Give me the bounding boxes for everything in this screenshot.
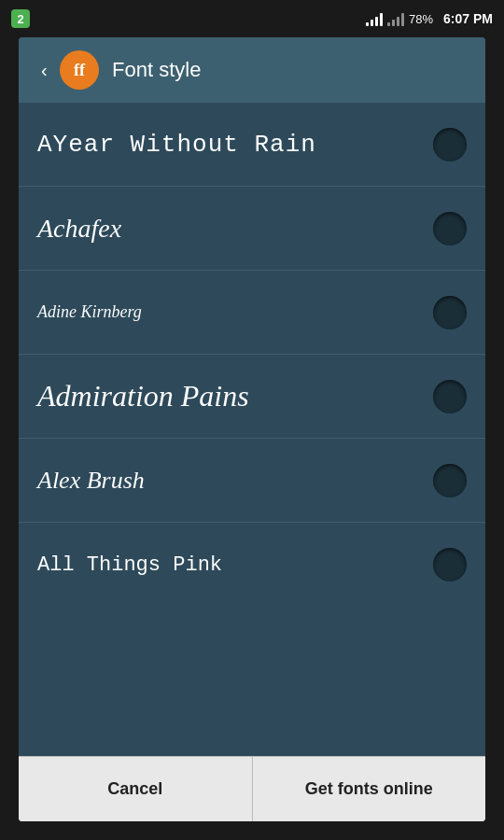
font-item-allthings[interactable]: All Things Pink — [19, 523, 485, 607]
bar3b — [397, 17, 399, 26]
font-item-adine[interactable]: Adine Kirnberg — [19, 271, 485, 355]
font-item-alex[interactable]: Alex Brush — [19, 439, 485, 523]
radio-allthings[interactable] — [433, 548, 467, 581]
bar4b — [401, 13, 404, 26]
signal-bars-2 — [387, 11, 404, 26]
font-name-admiration: Admiration Pains — [37, 379, 433, 413]
bar2b — [392, 20, 395, 26]
font-name-adine: Adine Kirnberg — [37, 302, 433, 322]
battery-percent: 78% — [409, 12, 433, 26]
font-item-admiration[interactable]: Admiration Pains — [19, 355, 485, 439]
header-inner: ‹ ff Font style — [34, 50, 470, 90]
radio-alex[interactable] — [433, 464, 467, 497]
font-style-dialog: ‹ ff Font style AYear Without RainAchafe… — [19, 37, 485, 821]
radio-admiration[interactable] — [433, 380, 467, 413]
bar2 — [371, 20, 373, 26]
get-fonts-button[interactable]: Get fonts online — [253, 756, 486, 821]
ff-logo: ff — [60, 50, 99, 90]
font-name-alex: Alex Brush — [37, 467, 433, 495]
radio-ayear[interactable] — [433, 128, 467, 161]
font-item-achafex[interactable]: Achafex — [19, 187, 485, 271]
back-arrow-icon[interactable]: ‹ — [41, 60, 48, 81]
status-icons: 78% 6:07 PM — [366, 11, 493, 26]
font-list: AYear Without RainAchafexAdine KirnbergA… — [19, 103, 485, 756]
radio-adine[interactable] — [433, 296, 467, 329]
dialog-header: ‹ ff Font style — [19, 37, 485, 103]
dialog-title: Font style — [112, 58, 201, 82]
bar1b — [387, 22, 390, 26]
bar3 — [375, 17, 378, 26]
font-name-ayear: AYear Without Rain — [37, 131, 433, 159]
bar1 — [366, 22, 369, 26]
font-name-achafex: Achafex — [37, 214, 433, 244]
radio-achafex[interactable] — [433, 212, 467, 245]
dialog-footer: Cancel Get fonts online — [19, 756, 485, 821]
bar4 — [380, 13, 383, 26]
sim-indicator: 2 — [11, 9, 30, 28]
status-bar: 2 78% 6:07 PM — [0, 0, 504, 37]
signal-bars — [366, 11, 383, 26]
cancel-button[interactable]: Cancel — [19, 756, 253, 821]
sim-badge: 2 — [11, 9, 30, 28]
font-item-ayear[interactable]: AYear Without Rain — [19, 103, 485, 187]
clock: 6:07 PM — [443, 11, 493, 26]
font-name-allthings: All Things Pink — [37, 553, 433, 577]
